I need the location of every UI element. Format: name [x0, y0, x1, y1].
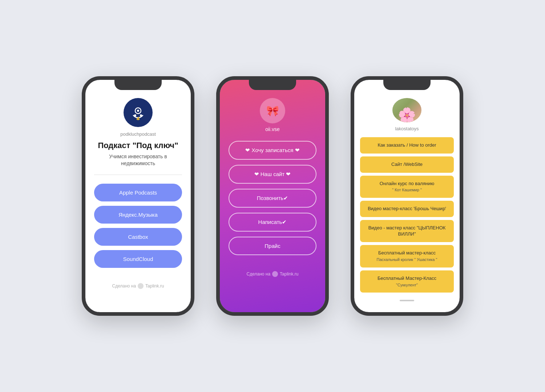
btn-call[interactable]: Позвонить✔: [229, 189, 316, 208]
phone1-left-buttons: [82, 113, 82, 141]
btn-our-site[interactable]: ❤ Наш сайт ❤: [229, 165, 316, 184]
btn-how-to-order-text: Как заказать / How to order: [378, 142, 436, 148]
phone-1: 💰 podkluchpodcast Подкаст "Под ключ" Учи…: [82, 76, 194, 316]
footer-brand-text: Taplink.ru: [145, 283, 164, 289]
phone2-left-buttons: [216, 113, 217, 141]
btn-video-masterclass-1[interactable]: Видео мастер-класс 'Брошь Чешир': [360, 201, 454, 217]
phone2-avatar-emoji: 🎀: [266, 105, 279, 117]
btn-online-course-sub: " Кот Кашемир ": [364, 187, 450, 192]
phone1-title: Подкаст "Под ключ": [98, 140, 178, 151]
phone2-footer-made: Сделано на: [247, 271, 271, 277]
phone1-avatar: 💰: [124, 98, 153, 127]
phone-3: 🌸 lakostatoys Как заказать / How to orde…: [351, 76, 463, 316]
phone1-subtitle: Учимся инвестировать в недвижимость: [94, 153, 182, 167]
btn-free-mc1-main: Бесплатный мастер-класс: [378, 250, 436, 256]
phone3-avatar: 🌸: [392, 98, 421, 122]
btn-sign-up[interactable]: ❤ Хочу записаться ❤: [229, 141, 316, 160]
vol-down-btn: [82, 129, 82, 141]
btn-write[interactable]: Написать✔: [229, 213, 316, 232]
svg-point-4: [140, 114, 142, 117]
btn-video-masterclass-2[interactable]: Видео - мастер класс "ЦЫПЛЕНОК ВИЛЛИ": [360, 220, 454, 242]
phone3-screen: 🌸 lakostatoys Как заказать / How to orde…: [354, 80, 460, 312]
phone3-vol-down: [351, 129, 351, 141]
phone2-screen: 🎀 oii.vse ❤ Хочу записаться ❤ ❤ Наш сайт…: [220, 80, 325, 312]
home-indicator: [400, 300, 414, 301]
btn-yandex-music[interactable]: Яндекс.Музыка: [94, 206, 182, 224]
phone1-footer: Сделано на Taplink.ru: [112, 283, 164, 289]
phone2-vol-down: [216, 129, 217, 141]
btn-website-text: Сайт /WebSite: [391, 162, 423, 167]
vol-up-btn: [82, 113, 82, 124]
btn-castbox[interactable]: Castbox: [94, 228, 182, 246]
btn-online-course[interactable]: Онлайн курс по валянию " Кот Кашемир ": [360, 176, 454, 198]
btn-video-mc2-text: Видео - мастер класс "ЦЫПЛЕНОК ВИЛЛИ": [368, 225, 446, 237]
svg-text:💰: 💰: [136, 117, 140, 120]
phone2-taplink-icon: [272, 271, 278, 277]
btn-free-masterclass-1[interactable]: Бесплатный мастер-класс Пасхальный кроли…: [360, 245, 454, 267]
svg-point-2: [137, 110, 139, 112]
phone2-vol-up: [216, 113, 217, 124]
phone3-left-buttons: [351, 113, 351, 141]
btn-how-to-order[interactable]: Как заказать / How to order: [360, 137, 454, 154]
phone1-divider: [94, 175, 182, 175]
phones-container: 💰 podkluchpodcast Подкаст "Под ключ" Учи…: [67, 54, 478, 338]
btn-apple-podcasts[interactable]: Apple Podcasts: [94, 184, 182, 201]
phone3-avatar-img: 🌸: [392, 98, 421, 122]
btn-free-masterclass-2[interactable]: Бесплатный Мастер-Класс "Суккулент": [360, 270, 454, 293]
btn-soundcloud[interactable]: SoundCloud: [94, 250, 182, 268]
btn-free-mc2-sub: "Суккулент": [364, 282, 450, 287]
phone2-avatar: 🎀: [260, 98, 285, 123]
btn-free-mc2-main: Бесплатный Мастер-Класс: [378, 275, 436, 281]
podcast-avatar-icon: 💰: [128, 103, 148, 122]
btn-website[interactable]: Сайт /WebSite: [360, 156, 454, 173]
phone-2: 🎀 oii.vse ❤ Хочу записаться ❤ ❤ Наш сайт…: [216, 76, 329, 316]
phone1-screen: 💰 podkluchpodcast Подкаст "Под ключ" Учи…: [85, 80, 191, 312]
btn-video-mc1-text: Видео мастер-класс 'Брошь Чешир': [368, 206, 446, 211]
phone2-username: oii.vse: [265, 126, 280, 132]
phone3-username: lakostatoys: [395, 126, 419, 131]
taplink-logo-icon: [138, 283, 144, 289]
phone2-footer-brand: Taplink.ru: [280, 271, 298, 277]
phone2-footer: Сделано на Taplink.ru: [247, 271, 299, 277]
phone1-username: podkluchpodcast: [120, 131, 156, 137]
svg-point-3: [134, 114, 136, 117]
footer-made-text: Сделано на: [112, 283, 136, 289]
btn-price[interactable]: Прайс: [229, 237, 316, 255]
btn-free-mc1-sub: Пасхальный кролик " Ушастика ": [364, 257, 450, 262]
btn-online-course-main: Онлайн курс по валянию: [380, 181, 434, 186]
phone3-vol-up: [351, 113, 351, 124]
